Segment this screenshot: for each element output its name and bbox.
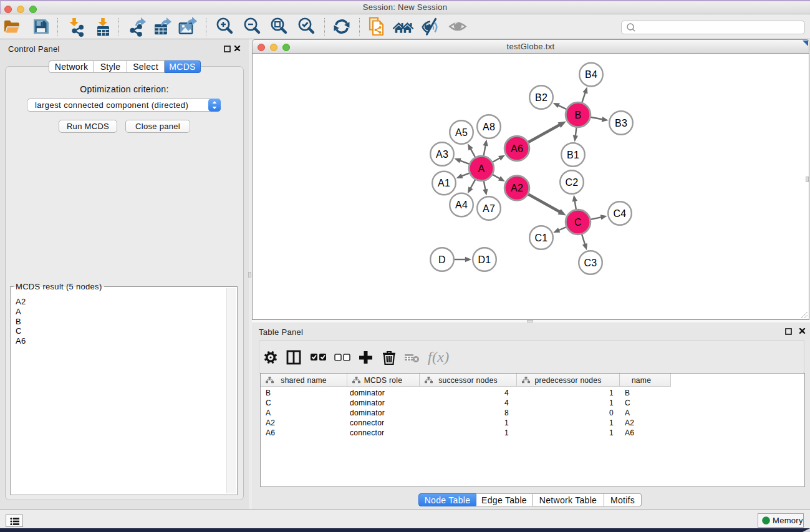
svg-text:A7: A7 (483, 203, 495, 214)
svg-text:C4: C4 (613, 208, 626, 219)
svg-text:A6: A6 (511, 143, 523, 154)
svg-text:A: A (478, 163, 485, 174)
svg-text:A5: A5 (455, 127, 468, 138)
svg-text:A3: A3 (436, 149, 448, 160)
svg-text:D1: D1 (478, 254, 491, 265)
svg-text:A1: A1 (438, 178, 450, 188)
svg-text:B1: B1 (567, 150, 579, 160)
svg-text:C3: C3 (584, 258, 597, 268)
svg-text:A4: A4 (455, 200, 468, 210)
svg-text:A2: A2 (511, 183, 523, 193)
svg-text:B2: B2 (535, 92, 547, 103)
svg-text:C1: C1 (534, 233, 547, 243)
svg-text:B4: B4 (585, 69, 597, 80)
svg-text:B3: B3 (615, 118, 627, 128)
svg-text:C: C (574, 217, 582, 228)
svg-text:B: B (575, 110, 582, 120)
svg-text:C2: C2 (565, 177, 578, 188)
svg-text:A8: A8 (483, 122, 495, 132)
svg-text:D: D (438, 254, 446, 265)
